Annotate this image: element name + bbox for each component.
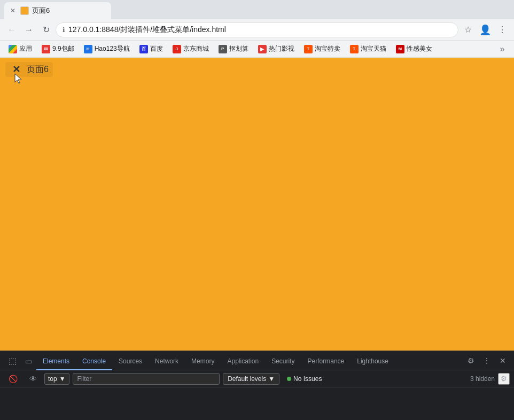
url-text: 127.0.0.1:8848/封装插件/堆叠式菜单/index.html	[68, 25, 451, 35]
bookmark-item-jd[interactable]: J 京东商城	[168, 43, 213, 56]
bookmark-item-hao123[interactable]: H Hao123导航	[80, 43, 134, 56]
mail-favicon: ✉	[42, 45, 50, 53]
page-title: 页面6	[27, 64, 49, 75]
console-settings-button[interactable]: ⚙	[498, 373, 510, 385]
bookmark-label-hao123: Hao123导航	[95, 44, 130, 53]
refresh-button[interactable]: ↻	[38, 22, 53, 37]
clear-icon: 🚫	[9, 375, 18, 383]
jd-favicon: J	[173, 45, 181, 53]
console-filter-toggle[interactable]: 👁	[25, 373, 41, 385]
context-arrow-icon: ▼	[59, 375, 66, 383]
profile-icon: 👤	[479, 24, 491, 36]
refresh-icon: ↻	[43, 25, 50, 35]
browser-toolbar: ← → ↻ ℹ 127.0.0.1:8848/封装插件/堆叠式菜单/index.…	[0, 19, 514, 41]
lock-icon: ℹ	[63, 26, 65, 34]
menu-button[interactable]: ⋮	[495, 22, 510, 37]
bookmarks-more-icon: »	[500, 44, 505, 54]
devtools-tab-memory[interactable]: Memory	[185, 353, 221, 370]
context-value: top	[48, 375, 57, 383]
bookmark-label-taobao-special: 淘宝特卖	[315, 44, 340, 53]
forward-icon: →	[25, 25, 33, 35]
bookmark-item-poly[interactable]: P 抠划算	[214, 43, 253, 56]
hotfilm-favicon: ▶	[258, 45, 267, 53]
settings-icon: ⚙	[468, 356, 474, 365]
issues-badge[interactable]: No Issues	[283, 373, 326, 385]
bookmark-label-mail: 9.9包邮	[52, 44, 74, 53]
bookmark-item-apps[interactable]: 应用	[4, 43, 36, 56]
baidu-favicon: 百	[139, 45, 148, 53]
bookmark-label-baidu: 百度	[150, 44, 163, 53]
devtools-close-button[interactable]: ✕	[496, 354, 510, 368]
levels-label: Default levels	[228, 375, 266, 383]
bookmark-item-hotfilm[interactable]: ▶ 热门影视	[254, 43, 299, 56]
tab-close-button[interactable]: ✕	[9, 6, 17, 15]
tab-favicon	[20, 6, 29, 15]
context-selector[interactable]: top ▼	[44, 373, 69, 385]
page-content: ✕ 页面6	[0, 58, 514, 351]
devtools-console-bar: 🚫 👁 top ▼ Filter Default levels ▼	[0, 370, 514, 387]
bookmark-label-jd: 京东商城	[183, 44, 209, 53]
back-button[interactable]: ←	[4, 22, 19, 37]
bookmark-label-taobao-sky: 淘宝天猫	[361, 44, 386, 53]
devtools-tab-console[interactable]: Console	[76, 353, 112, 370]
devtools-settings-button[interactable]: ⚙	[464, 354, 478, 368]
menu-icon: ⋮	[498, 25, 507, 35]
back-icon: ←	[7, 25, 16, 35]
devtools-tab-elements[interactable]: Elements	[36, 353, 76, 370]
devtools-tab-lighthouse[interactable]: Lighthouse	[351, 353, 395, 370]
bookmark-label-apps: 应用	[19, 44, 32, 53]
page-close-button[interactable]: ✕	[10, 63, 22, 76]
devtools-tab-security[interactable]: Security	[265, 353, 301, 370]
issues-dot-icon	[287, 377, 291, 381]
bookmark-item-meitui[interactable]: M 性感美女	[392, 43, 437, 56]
devtools-tab-application[interactable]: Application	[221, 353, 265, 370]
device-icon: ▭	[25, 357, 32, 365]
bookmark-label-hotfilm: 热门影视	[269, 44, 294, 53]
devtools-icon-inspect[interactable]: ⬚	[4, 353, 21, 370]
eye-icon: 👁	[29, 375, 37, 383]
taobao-special-favicon: T	[304, 45, 313, 53]
bookmark-label-poly: 抠划算	[229, 44, 248, 53]
forward-button[interactable]: →	[21, 22, 36, 37]
meitui-favicon: M	[396, 45, 404, 53]
poly-favicon: P	[219, 45, 227, 53]
log-levels-selector[interactable]: Default levels ▼	[223, 373, 279, 385]
bookmark-item-taobao-sky[interactable]: T 淘宝天猫	[346, 43, 391, 56]
tab-bar: ✕ 页面6	[0, 0, 514, 19]
browser-frame: ✕ 页面6 ← → ↻ ℹ 127.0.0.1:8848/封装插件/堆叠式菜单/…	[0, 0, 514, 420]
bookmarks-bar: 应用 ✉ 9.9包邮 H Hao123导航 百 百度 J 京东商城 P 抠划算 …	[0, 41, 514, 58]
console-settings-icon: ⚙	[501, 375, 507, 383]
hidden-count-label: 3 hidden	[470, 375, 495, 383]
devtools-panel: ⬚ ▭ Elements Console Sources Network	[0, 351, 514, 420]
devtools-tab-performance[interactable]: Performance	[301, 353, 351, 370]
star-icon: ☆	[464, 25, 472, 35]
apps-favicon	[9, 45, 17, 53]
tab-title: 页面6	[32, 6, 107, 15]
profile-button[interactable]: 👤	[478, 22, 493, 37]
console-filter-input[interactable]: Filter	[73, 373, 220, 385]
page-close-icon: ✕	[12, 64, 20, 75]
bookmark-item-mail[interactable]: ✉ 9.9包邮	[37, 43, 79, 56]
close-icon: ✕	[500, 356, 506, 365]
devtools-icon-device[interactable]: ▭	[21, 353, 36, 370]
devtools-tab-network[interactable]: Network	[149, 353, 185, 370]
address-bar[interactable]: ℹ 127.0.0.1:8848/封装插件/堆叠式菜单/index.html	[56, 22, 458, 37]
bookmarks-more-button[interactable]: »	[495, 43, 510, 56]
page-indicator: ✕ 页面6	[5, 62, 53, 77]
bookmark-label-meitui: 性感美女	[407, 44, 432, 53]
levels-arrow-icon: ▼	[268, 375, 275, 383]
taobao-sky-favicon: T	[350, 45, 359, 53]
bookmark-item-taobao-special[interactable]: T 淘宝特卖	[300, 43, 345, 56]
devtools-more-button[interactable]: ⋮	[480, 354, 494, 368]
bookmark-star-button[interactable]: ☆	[461, 22, 476, 37]
more-icon: ⋮	[483, 356, 490, 365]
hao123-favicon: H	[84, 45, 92, 53]
bookmark-item-baidu[interactable]: 百 百度	[135, 43, 167, 56]
filter-placeholder: Filter	[77, 375, 92, 383]
browser-tab[interactable]: ✕ 页面6	[4, 2, 111, 19]
inspect-icon: ⬚	[9, 356, 17, 366]
clear-console-button[interactable]: 🚫	[4, 373, 22, 385]
devtools-tab-sources[interactable]: Sources	[112, 353, 149, 370]
issues-label: No Issues	[293, 375, 322, 383]
